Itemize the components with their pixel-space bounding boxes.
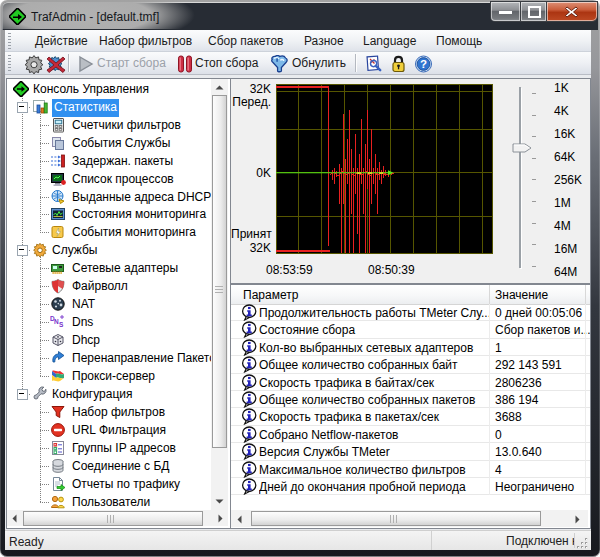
svg-text:?: ? [420,58,427,70]
